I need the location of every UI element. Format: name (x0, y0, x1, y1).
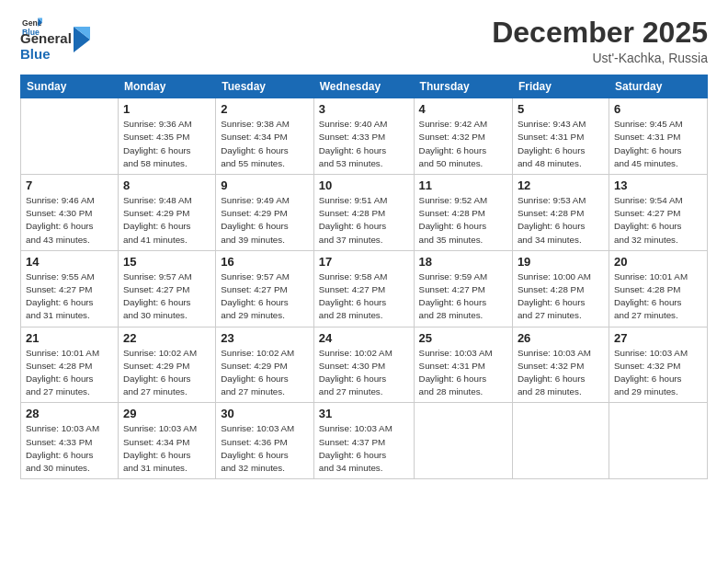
cell-day-number: 11 (419, 178, 507, 192)
cell-info-text: Sunrise: 9:58 AMSunset: 4:27 PMDaylight:… (319, 270, 409, 323)
cell-info-text: Sunrise: 9:45 AMSunset: 4:31 PMDaylight:… (614, 118, 702, 170)
cell-day-number: 18 (419, 255, 507, 269)
cell-info-text: Sunrise: 9:53 AMSunset: 4:28 PMDaylight:… (518, 194, 604, 247)
cell-day-number: 24 (319, 331, 409, 345)
calendar-cell: 12Sunrise: 9:53 AMSunset: 4:28 PMDayligh… (512, 175, 609, 251)
cell-day-number: 23 (221, 331, 309, 345)
calendar-cell: 18Sunrise: 9:59 AMSunset: 4:27 PMDayligh… (414, 250, 512, 327)
cell-info-text: Sunrise: 9:40 AMSunset: 4:33 PMDaylight:… (319, 118, 409, 170)
cell-day-number: 12 (518, 178, 604, 192)
cell-info-text: Sunrise: 10:03 AMSunset: 4:32 PMDaylight… (614, 347, 702, 399)
cell-info-text: Sunrise: 10:02 AMSunset: 4:29 PMDaylight… (123, 347, 210, 399)
cell-info-text: Sunrise: 10:03 AMSunset: 4:32 PMDaylight… (518, 347, 604, 399)
cell-info-text: Sunrise: 10:03 AMSunset: 4:36 PMDaylight… (221, 422, 309, 475)
cell-info-text: Sunrise: 9:42 AMSunset: 4:32 PMDaylight:… (419, 118, 507, 170)
cell-info-text: Sunrise: 9:51 AMSunset: 4:28 PMDaylight:… (319, 194, 409, 247)
logo-blue: Blue (20, 47, 72, 63)
calendar-cell: 16Sunrise: 9:57 AMSunset: 4:27 PMDayligh… (216, 250, 314, 327)
cell-day-number: 26 (518, 331, 604, 345)
calendar-cell: 4Sunrise: 9:42 AMSunset: 4:32 PMDaylight… (414, 98, 512, 175)
calendar-cell: 1Sunrise: 9:36 AMSunset: 4:35 PMDaylight… (118, 98, 215, 175)
cell-info-text: Sunrise: 10:02 AMSunset: 4:30 PMDaylight… (319, 347, 409, 399)
calendar-cell: 7Sunrise: 9:46 AMSunset: 4:30 PMDaylight… (21, 175, 119, 251)
calendar-header: SundayMondayTuesdayWednesdayThursdayFrid… (21, 75, 708, 98)
calendar-cell: 17Sunrise: 9:58 AMSunset: 4:27 PMDayligh… (313, 250, 414, 327)
header: General Blue General Blue December 2025 … (20, 17, 708, 65)
cell-day-number: 17 (319, 255, 409, 269)
cell-day-number: 1 (123, 102, 210, 116)
cell-day-number: 14 (26, 255, 113, 269)
cell-info-text: Sunrise: 9:48 AMSunset: 4:29 PMDaylight:… (123, 194, 210, 247)
cell-info-text: Sunrise: 9:43 AMSunset: 4:31 PMDaylight:… (518, 118, 604, 170)
calendar-cell: 11Sunrise: 9:52 AMSunset: 4:28 PMDayligh… (414, 175, 512, 251)
calendar-cell: 28Sunrise: 10:03 AMSunset: 4:33 PMDaylig… (21, 403, 119, 479)
location: Ust'-Kachka, Russia (492, 51, 708, 65)
cell-info-text: Sunrise: 9:38 AMSunset: 4:34 PMDaylight:… (221, 118, 309, 170)
calendar-cell: 8Sunrise: 9:48 AMSunset: 4:29 PMDaylight… (118, 175, 215, 251)
day-header-sunday: Sunday (21, 75, 119, 98)
week-row-1: 1Sunrise: 9:36 AMSunset: 4:35 PMDaylight… (21, 98, 708, 175)
cell-day-number: 7 (26, 178, 113, 192)
calendar-cell: 15Sunrise: 9:57 AMSunset: 4:27 PMDayligh… (118, 250, 215, 327)
cell-day-number: 10 (319, 178, 409, 192)
calendar-cell: 14Sunrise: 9:55 AMSunset: 4:27 PMDayligh… (21, 250, 119, 327)
week-row-4: 21Sunrise: 10:01 AMSunset: 4:28 PMDaylig… (21, 327, 708, 403)
cell-info-text: Sunrise: 10:01 AMSunset: 4:28 PMDaylight… (26, 347, 113, 399)
calendar-cell: 24Sunrise: 10:02 AMSunset: 4:30 PMDaylig… (313, 327, 414, 403)
cell-day-number: 29 (123, 407, 210, 420)
logo: General Blue General Blue (20, 17, 90, 62)
cell-info-text: Sunrise: 9:59 AMSunset: 4:27 PMDaylight:… (419, 270, 507, 323)
day-header-tuesday: Tuesday (216, 75, 314, 98)
logo-triangle (74, 27, 90, 52)
cell-day-number: 3 (319, 102, 409, 116)
calendar-cell: 27Sunrise: 10:03 AMSunset: 4:32 PMDaylig… (609, 327, 707, 403)
calendar-cell (414, 403, 512, 479)
cell-info-text: Sunrise: 10:01 AMSunset: 4:28 PMDaylight… (614, 270, 702, 323)
cell-day-number: 16 (221, 255, 309, 269)
calendar-cell: 5Sunrise: 9:43 AMSunset: 4:31 PMDaylight… (512, 98, 609, 175)
week-row-5: 28Sunrise: 10:03 AMSunset: 4:33 PMDaylig… (21, 403, 708, 479)
day-header-friday: Friday (512, 75, 609, 98)
calendar-cell: 30Sunrise: 10:03 AMSunset: 4:36 PMDaylig… (216, 403, 314, 479)
cell-day-number: 8 (123, 178, 210, 192)
cell-info-text: Sunrise: 10:02 AMSunset: 4:29 PMDaylight… (221, 347, 309, 399)
cell-info-text: Sunrise: 10:00 AMSunset: 4:28 PMDaylight… (518, 270, 604, 323)
calendar-cell (21, 98, 119, 175)
cell-info-text: Sunrise: 9:57 AMSunset: 4:27 PMDaylight:… (123, 270, 210, 323)
cell-info-text: Sunrise: 10:03 AMSunset: 4:37 PMDaylight… (319, 422, 409, 475)
month-title: December 2025 (492, 17, 708, 49)
day-header-monday: Monday (118, 75, 215, 98)
cell-info-text: Sunrise: 9:36 AMSunset: 4:35 PMDaylight:… (123, 118, 210, 170)
day-header-saturday: Saturday (609, 75, 707, 98)
cell-day-number: 28 (26, 407, 113, 420)
cell-info-text: Sunrise: 10:03 AMSunset: 4:34 PMDaylight… (123, 422, 210, 475)
cell-day-number: 21 (26, 331, 113, 345)
cell-info-text: Sunrise: 10:03 AMSunset: 4:33 PMDaylight… (26, 422, 113, 475)
day-header-thursday: Thursday (414, 75, 512, 98)
calendar-cell: 3Sunrise: 9:40 AMSunset: 4:33 PMDaylight… (313, 98, 414, 175)
calendar-cell: 10Sunrise: 9:51 AMSunset: 4:28 PMDayligh… (313, 175, 414, 251)
cell-info-text: Sunrise: 10:03 AMSunset: 4:31 PMDaylight… (419, 347, 507, 399)
calendar-cell: 9Sunrise: 9:49 AMSunset: 4:29 PMDaylight… (216, 175, 314, 251)
cell-info-text: Sunrise: 9:55 AMSunset: 4:27 PMDaylight:… (26, 270, 113, 323)
cell-day-number: 27 (614, 331, 702, 345)
cell-day-number: 31 (319, 407, 409, 420)
cell-info-text: Sunrise: 9:54 AMSunset: 4:27 PMDaylight:… (614, 194, 702, 247)
title-block: December 2025 Ust'-Kachka, Russia (492, 17, 708, 65)
cell-day-number: 22 (123, 331, 210, 345)
cell-day-number: 20 (614, 255, 702, 269)
cell-day-number: 15 (123, 255, 210, 269)
cell-info-text: Sunrise: 9:57 AMSunset: 4:27 PMDaylight:… (221, 270, 309, 323)
calendar-cell (609, 403, 707, 479)
calendar-cell: 19Sunrise: 10:00 AMSunset: 4:28 PMDaylig… (512, 250, 609, 327)
calendar-cell: 6Sunrise: 9:45 AMSunset: 4:31 PMDaylight… (609, 98, 707, 175)
calendar-cell: 26Sunrise: 10:03 AMSunset: 4:32 PMDaylig… (512, 327, 609, 403)
cell-day-number: 13 (614, 178, 702, 192)
calendar-cell: 13Sunrise: 9:54 AMSunset: 4:27 PMDayligh… (609, 175, 707, 251)
cell-day-number: 4 (419, 102, 507, 116)
day-header-wednesday: Wednesday (313, 75, 414, 98)
logo-general: General (20, 31, 72, 47)
calendar-cell: 22Sunrise: 10:02 AMSunset: 4:29 PMDaylig… (118, 327, 215, 403)
calendar-cell: 29Sunrise: 10:03 AMSunset: 4:34 PMDaylig… (118, 403, 215, 479)
calendar-cell: 25Sunrise: 10:03 AMSunset: 4:31 PMDaylig… (414, 327, 512, 403)
